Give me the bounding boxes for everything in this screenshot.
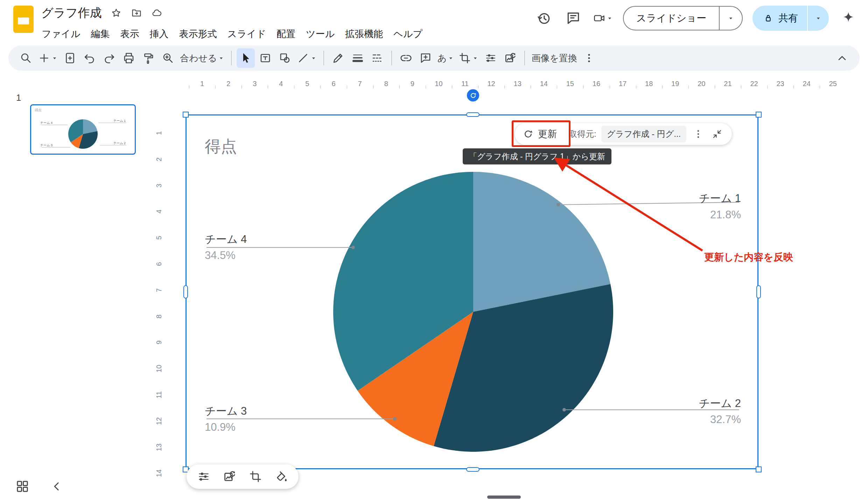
hruler-mark-17: 18 <box>636 78 662 90</box>
redo-button[interactable] <box>100 48 118 68</box>
hruler-mark-0: 1 <box>189 78 215 90</box>
grid-view-icon[interactable] <box>15 479 29 493</box>
toolbar-divider <box>231 51 232 65</box>
kebab-icon <box>693 129 704 139</box>
slide-thumbnail[interactable]: 得点 チーム 1 チーム 2 チーム 3 チーム 4 <box>30 104 136 155</box>
select-tool-button[interactable] <box>237 48 255 68</box>
menu-item-8[interactable]: 拡張機能 <box>340 26 388 42</box>
slideshow-dropdown[interactable] <box>719 7 742 30</box>
replace-image-button[interactable]: 画像を置換 <box>530 48 579 68</box>
menu-item-3[interactable]: 挿入 <box>145 26 174 42</box>
cloud-status-icon[interactable] <box>151 7 162 19</box>
shape-tool-button[interactable] <box>276 48 294 68</box>
menu-item-1[interactable]: 編集 <box>86 26 115 42</box>
source-document-chip[interactable]: グラフ作成 - 円グ... <box>601 126 687 142</box>
fit-zoom-dropdown[interactable]: 合わせる <box>178 48 226 68</box>
border-color-button[interactable] <box>329 48 347 68</box>
zoom-button[interactable] <box>159 48 177 68</box>
menu-item-5[interactable]: スライド <box>222 26 272 42</box>
border-dash-button[interactable] <box>368 48 386 68</box>
horizontal-ruler[interactable]: 1234567891011121314151617181920212223242… <box>189 78 846 90</box>
resize-handle-right[interactable] <box>756 285 761 298</box>
resize-handle-bottom[interactable] <box>466 467 479 472</box>
line-icon <box>297 52 309 64</box>
menubar: ファイル編集表示挿入表示形式スライド配置ツール拡張機能ヘルプ <box>36 26 428 42</box>
border-weight-button[interactable] <box>349 48 367 68</box>
menu-item-4[interactable]: 表示形式 <box>174 26 222 42</box>
hruler-mark-11: 12 <box>478 78 504 90</box>
image-adjust-button[interactable] <box>482 48 500 68</box>
pie-label-team3: チーム 3 <box>205 404 247 419</box>
hruler-mark-16: 17 <box>610 78 636 90</box>
hruler-mark-10: 11 <box>452 78 478 90</box>
menu-item-0[interactable]: ファイル <box>36 26 86 42</box>
move-folder-icon[interactable] <box>131 7 142 19</box>
kebab-icon <box>583 52 595 64</box>
paint-format-button[interactable] <box>139 48 158 68</box>
shapes-icon <box>279 52 291 64</box>
toolbar-divider <box>323 51 324 65</box>
meet-button[interactable] <box>593 12 613 24</box>
star-icon[interactable] <box>111 7 122 19</box>
app-header: グラフ作成 ファイル編集表示挿入表示形式スライド配置ツール拡張機能ヘルプ <box>0 0 868 43</box>
collapse-linked-bar-button[interactable] <box>710 127 724 141</box>
resize-handle-top-left[interactable] <box>183 112 189 118</box>
crop-icon[interactable] <box>249 470 262 483</box>
slides-logo-icon[interactable] <box>13 6 34 33</box>
chevron-left-icon[interactable] <box>50 479 64 493</box>
menu-item-6[interactable]: 配置 <box>271 26 301 42</box>
hruler-mark-12: 13 <box>504 78 531 90</box>
new-slide-button[interactable] <box>61 48 79 68</box>
hruler-mark-24: 25 <box>820 78 846 90</box>
resize-handle-left[interactable] <box>183 285 188 298</box>
search-menus-button[interactable] <box>17 48 35 68</box>
insert-link-button[interactable] <box>397 48 415 68</box>
chevron-down-icon <box>447 55 454 62</box>
slideshow-button[interactable]: スライドショー <box>624 7 719 30</box>
share-button-label: 共有 <box>778 12 798 25</box>
recolor-button[interactable] <box>501 48 519 68</box>
replace-image-icon[interactable] <box>223 470 236 483</box>
undo-button[interactable] <box>80 48 99 68</box>
hruler-mark-22: 23 <box>767 78 793 90</box>
menu-item-2[interactable]: 表示 <box>115 26 145 42</box>
hruler-mark-23: 24 <box>793 78 820 90</box>
version-history-button[interactable] <box>534 8 554 28</box>
thumbnail-label: チーム 2 <box>113 141 126 146</box>
resize-handle-top-right[interactable] <box>756 112 762 118</box>
resize-handle-top[interactable] <box>466 112 479 117</box>
vertical-ruler[interactable]: 1234567891011121314 <box>153 120 165 486</box>
line-tool-button[interactable] <box>295 48 318 68</box>
menu-item-7[interactable]: ツール <box>301 26 340 42</box>
adjust-sliders-icon[interactable] <box>197 470 210 483</box>
pie-percent-team3: 10.9% <box>205 421 236 434</box>
pie-label-team2: チーム 2 <box>699 396 741 411</box>
update-chart-button[interactable]: 更新 <box>523 128 560 140</box>
recolor-paint-icon[interactable] <box>275 470 288 483</box>
document-title[interactable]: グラフ作成 <box>41 5 102 21</box>
textbox-tool-button[interactable] <box>256 48 274 68</box>
filmstrip-bottom-controls <box>15 479 64 493</box>
pie-percent-team1: 21.8% <box>710 209 741 221</box>
share-button[interactable]: 共有 <box>752 6 807 31</box>
comments-button[interactable] <box>564 8 583 28</box>
share-dropdown[interactable] <box>807 6 829 31</box>
rotate-handle[interactable] <box>467 89 479 101</box>
toolbar-more-button[interactable] <box>580 48 598 68</box>
replace-image-label: 画像を置換 <box>531 52 577 64</box>
menu-item-9[interactable]: ヘルプ <box>388 26 428 42</box>
dash-style-icon <box>371 52 384 64</box>
insert-plus-button[interactable] <box>36 48 59 68</box>
text-options-dropdown[interactable]: あ <box>436 48 456 68</box>
horizontal-scrollbar[interactable] <box>487 496 521 499</box>
add-comment-button[interactable] <box>416 48 435 68</box>
gemini-icon[interactable] <box>839 8 858 28</box>
collapse-toolbar-button[interactable] <box>833 48 851 68</box>
print-button[interactable] <box>120 48 138 68</box>
google-slides-app: グラフ作成 ファイル編集表示挿入表示形式スライド配置ツール拡張機能ヘルプ <box>0 0 868 499</box>
linked-chart-more-button[interactable] <box>691 127 705 141</box>
resize-handle-bottom-right[interactable] <box>756 466 762 472</box>
pie-chart[interactable] <box>186 114 758 469</box>
crop-dropdown[interactable] <box>457 48 480 68</box>
update-tooltip: 「グラフ作成 - 円グラフ 1」から更新 <box>463 148 611 164</box>
